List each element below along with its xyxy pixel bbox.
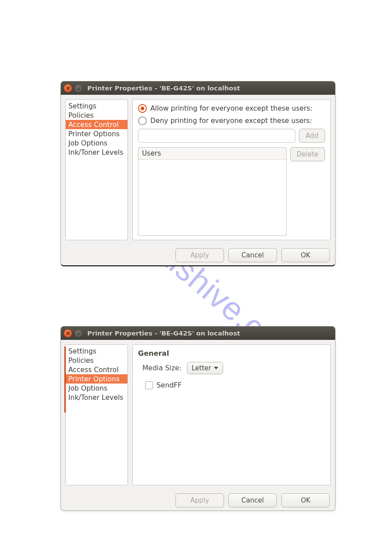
radio-deny-label: Deny printing for everyone except these … <box>150 117 312 125</box>
svg-rect-0 <box>77 89 80 90</box>
sidebar-item-policies[interactable]: Policies <box>66 111 127 120</box>
close-icon[interactable] <box>63 84 72 93</box>
content-panel: General Media Size: Letter SendFF <box>132 344 331 485</box>
sendff-checkbox[interactable] <box>145 381 153 389</box>
media-size-combo[interactable]: Letter <box>187 362 223 374</box>
users-list-area: Users Delete <box>138 143 325 236</box>
sidebar-item-job-options[interactable]: Job Options <box>66 384 127 393</box>
cancel-button[interactable]: Cancel <box>228 493 277 507</box>
radio-deny-row[interactable]: Deny printing for everyone except these … <box>138 116 325 125</box>
sendff-row[interactable]: SendFF <box>145 381 325 389</box>
sendff-label: SendFF <box>157 381 182 389</box>
add-user-row: Add <box>138 129 325 143</box>
svg-rect-1 <box>77 334 80 335</box>
users-list[interactable] <box>138 160 287 236</box>
window-access-control: Printer Properties - 'BE-G42S' on localh… <box>60 81 336 266</box>
section-header: General <box>138 349 325 358</box>
sidebar-item-settings[interactable]: Settings <box>66 346 127 356</box>
page-root: manualshive.com Printer Properties - 'BE… <box>0 0 392 555</box>
add-button[interactable]: Add <box>299 129 325 143</box>
dialog-footer: Apply Cancel OK <box>61 490 335 511</box>
ok-button[interactable]: OK <box>281 248 330 262</box>
sidebar-item-settings[interactable]: Settings <box>66 101 127 111</box>
minimize-icon[interactable] <box>74 329 83 338</box>
radio-allow-label: Allow printing for everyone except these… <box>150 104 313 112</box>
close-icon[interactable] <box>63 329 72 338</box>
apply-button[interactable]: Apply <box>175 493 224 507</box>
window-printer-options: Printer Properties - 'BE-G42S' on localh… <box>60 326 336 511</box>
sidebar-item-printer-options[interactable]: Printer Options <box>66 129 127 138</box>
radio-allow[interactable] <box>138 104 147 113</box>
cancel-button[interactable]: Cancel <box>228 248 277 262</box>
sidebar: SettingsPoliciesAccess ControlPrinter Op… <box>65 99 128 240</box>
minimize-icon[interactable] <box>74 84 83 93</box>
sidebar-item-access-control[interactable]: Access Control <box>66 365 127 374</box>
chevron-down-icon <box>214 367 218 369</box>
media-size-label: Media Size: <box>142 364 182 372</box>
sidebar: SettingsPoliciesAccess ControlPrinter Op… <box>65 344 128 485</box>
users-column-header[interactable]: Users <box>138 147 287 160</box>
sidebar-item-ink-toner-levels[interactable]: Ink/Toner Levels <box>66 393 127 402</box>
radio-deny[interactable] <box>138 116 147 125</box>
add-user-input[interactable] <box>138 129 295 143</box>
titlebar[interactable]: Printer Properties - 'BE-G42S' on localh… <box>61 81 335 95</box>
window-body: SettingsPoliciesAccess ControlPrinter Op… <box>61 95 335 245</box>
apply-button[interactable]: Apply <box>175 248 224 262</box>
dialog-footer: Apply Cancel OK <box>61 245 335 266</box>
media-size-value: Letter <box>192 364 211 372</box>
sidebar-item-ink-toner-levels[interactable]: Ink/Toner Levels <box>66 148 127 157</box>
media-size-row: Media Size: Letter <box>142 362 325 374</box>
ok-button[interactable]: OK <box>281 493 330 507</box>
window-title: Printer Properties - 'BE-G42S' on localh… <box>87 85 240 92</box>
window-body: SettingsPoliciesAccess ControlPrinter Op… <box>61 340 335 490</box>
delete-button[interactable]: Delete <box>290 147 325 161</box>
radio-allow-row[interactable]: Allow printing for everyone except these… <box>138 104 325 113</box>
window-title: Printer Properties - 'BE-G42S' on localh… <box>87 330 240 337</box>
titlebar[interactable]: Printer Properties - 'BE-G42S' on localh… <box>61 326 335 340</box>
content-panel: Allow printing for everyone except these… <box>132 99 331 240</box>
sidebar-item-policies[interactable]: Policies <box>66 356 127 365</box>
sidebar-item-printer-options[interactable]: Printer Options <box>66 374 127 384</box>
sidebar-item-job-options[interactable]: Job Options <box>66 138 127 148</box>
sidebar-item-access-control[interactable]: Access Control <box>66 120 127 129</box>
